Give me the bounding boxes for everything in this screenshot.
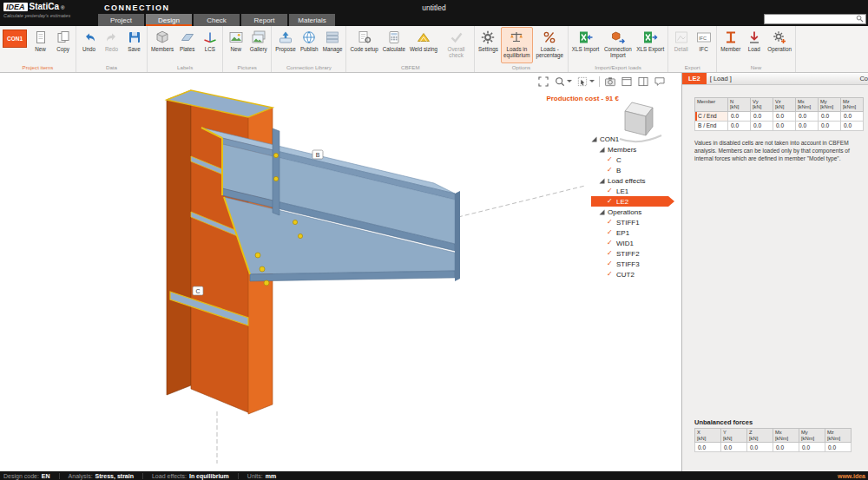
- ribbon-code-setup-button[interactable]: Code setup: [348, 27, 379, 63]
- tree-item-members[interactable]: Members: [591, 144, 674, 155]
- tree-item-load-effects[interactable]: Load effects: [591, 175, 674, 186]
- load-value-cell[interactable]: 0.0: [728, 121, 751, 130]
- tree-item-ep1[interactable]: ✓EP1: [591, 227, 674, 238]
- expander-icon[interactable]: [591, 136, 597, 142]
- tree-item-stiff3[interactable]: ✓STIFF3: [591, 259, 674, 269]
- zoom-mode-icon[interactable]: [554, 75, 572, 88]
- ribbon-propose-button[interactable]: Propose: [273, 27, 297, 63]
- ribbon-new-button[interactable]: New: [30, 27, 51, 63]
- load-value-cell[interactable]: 0.0: [728, 111, 751, 121]
- steel-connection-model[interactable]: B C: [0, 73, 681, 471]
- checkbox-icon[interactable]: ✓: [607, 167, 614, 174]
- lcs-icon: [202, 30, 218, 45]
- ribbon-settings-button[interactable]: Settings: [477, 27, 500, 63]
- tab-report[interactable]: Report: [241, 14, 287, 26]
- checkbox-icon[interactable]: ✓: [607, 229, 614, 236]
- load-value-cell[interactable]: 0.0: [751, 111, 773, 121]
- ribbon-member-button[interactable]: Member: [719, 27, 742, 63]
- ribbon-new-button[interactable]: New: [225, 27, 247, 63]
- ribbon-copy-button[interactable]: Copy: [52, 27, 74, 63]
- tab-materials[interactable]: Materials: [289, 14, 335, 26]
- ribbon-button-label: Detail: [674, 46, 688, 52]
- conimp-icon: [610, 30, 626, 45]
- search-box[interactable]: [764, 14, 866, 24]
- fit-view-icon[interactable]: [537, 75, 549, 88]
- screenshot-icon[interactable]: [604, 75, 616, 88]
- expander-icon[interactable]: [599, 209, 605, 215]
- ribbon-connection-import-button[interactable]: Connection Import: [602, 27, 634, 63]
- tree-item-con1[interactable]: CON1: [591, 134, 674, 144]
- ribbon-group-project-items: CON1NewCopyProject items: [0, 26, 76, 72]
- tree-item-label: Members: [608, 146, 636, 154]
- tab-check[interactable]: Check: [194, 14, 240, 26]
- info-note: Values in disabled cells are not taken i…: [694, 140, 859, 163]
- unbalanced-value-cell: 0.0: [747, 443, 773, 452]
- project-item-con1[interactable]: CON1: [3, 30, 27, 48]
- load-value-cell[interactable]: 0.0: [773, 121, 796, 130]
- checkbox-icon[interactable]: ✓: [607, 260, 614, 267]
- checkbox-icon[interactable]: ✓: [607, 219, 614, 226]
- dropdown-caret-icon[interactable]: [589, 80, 595, 82]
- tree-item-cut2[interactable]: ✓CUT2: [591, 269, 674, 279]
- tree-item-b[interactable]: ✓B: [591, 165, 674, 175]
- search-input[interactable]: [765, 15, 856, 23]
- ribbon-members-button[interactable]: Members: [149, 27, 175, 63]
- report-panel-icon[interactable]: [637, 75, 649, 88]
- expander-icon[interactable]: [599, 178, 605, 184]
- ribbon-group-export: DetailIFCIFCExport: [668, 26, 717, 72]
- ribbon-plates-button[interactable]: Plates: [176, 27, 198, 63]
- gallery-panel-icon[interactable]: [621, 75, 633, 88]
- tab-design[interactable]: Design: [146, 14, 192, 26]
- ribbon-weld-sizing-button[interactable]: Weld sizing: [408, 27, 439, 63]
- expander-icon[interactable]: [599, 147, 605, 153]
- ribbon-lcs-button[interactable]: LCS: [199, 27, 220, 63]
- ribbon-button-label: Propose: [275, 46, 295, 52]
- ribbon-undo-button[interactable]: Undo: [78, 27, 100, 63]
- ribbon-ifc-button[interactable]: IFCIFC: [693, 27, 714, 63]
- website-link[interactable]: www.idea: [838, 473, 865, 479]
- checkbox-icon[interactable]: ✓: [607, 240, 614, 247]
- checkbox-icon[interactable]: ✓: [607, 250, 614, 257]
- tree-item-le2[interactable]: ✓LE2: [591, 196, 674, 207]
- ribbon-operation-button[interactable]: Operation: [766, 27, 793, 63]
- tree-item-wid1[interactable]: ✓WID1: [591, 238, 674, 248]
- ribbon-xls-export-button[interactable]: XLS Export: [635, 27, 666, 63]
- checkbox-icon[interactable]: ✓: [607, 198, 614, 205]
- notes-panel-icon[interactable]: [654, 75, 666, 88]
- ribbon-xls-import-button[interactable]: XLS Import: [570, 27, 602, 63]
- select-mode-icon[interactable]: [576, 75, 595, 88]
- tree-item-stiff1[interactable]: ✓STIFF1: [591, 217, 674, 227]
- tree-item-stiff2[interactable]: ✓STIFF2: [591, 248, 674, 259]
- ribbon-publish-button[interactable]: Publish: [299, 27, 320, 63]
- tree-item-c[interactable]: ✓C: [591, 155, 674, 165]
- load-value-cell[interactable]: 0.0: [796, 111, 819, 121]
- checkbox-icon[interactable]: ✓: [607, 271, 614, 278]
- load-value-cell[interactable]: 0.0: [819, 121, 841, 130]
- load-value-cell[interactable]: 0.0: [841, 121, 864, 130]
- checkbox-icon[interactable]: ✓: [607, 187, 614, 194]
- load-value-cell[interactable]: 0.0: [819, 111, 841, 121]
- tree-item-label: B: [616, 167, 621, 174]
- tab-project[interactable]: Project: [98, 14, 144, 26]
- ribbon-loads-percentage-button[interactable]: Loads - percentage: [534, 27, 566, 63]
- member-cell[interactable]: C / End: [695, 111, 728, 121]
- load-value-cell[interactable]: 0.0: [796, 121, 819, 130]
- ribbon-manage-button[interactable]: Manage: [321, 27, 345, 63]
- tree-item-operations[interactable]: Operations: [591, 207, 674, 217]
- ribbon-save-button[interactable]: Save: [123, 27, 145, 63]
- load-value-cell[interactable]: 0.0: [841, 111, 864, 121]
- load-value-cell[interactable]: 0.0: [751, 121, 773, 130]
- ribbon-load-button[interactable]: Load: [743, 27, 765, 63]
- checkbox-icon[interactable]: ✓: [607, 156, 614, 163]
- weld-icon: [416, 30, 431, 45]
- tree-item-label: LE1: [616, 187, 628, 195]
- tree-item-le1[interactable]: ✓LE1: [591, 186, 674, 196]
- ribbon-calculate-button[interactable]: Calculate: [381, 27, 407, 63]
- ribbon-button-label: Overall check: [442, 46, 470, 58]
- ribbon-gallery-button[interactable]: Gallery: [247, 27, 269, 63]
- load-value-cell[interactable]: 0.0: [773, 111, 796, 121]
- member-cell[interactable]: B / End: [695, 121, 728, 130]
- ribbon-loads-in-equilibrium-button[interactable]: Loads in equilibrium: [501, 27, 533, 63]
- dropdown-caret-icon[interactable]: [567, 80, 572, 82]
- viewport-3d[interactable]: B C Production cost - 91 € CON1Members✓C…: [0, 73, 681, 471]
